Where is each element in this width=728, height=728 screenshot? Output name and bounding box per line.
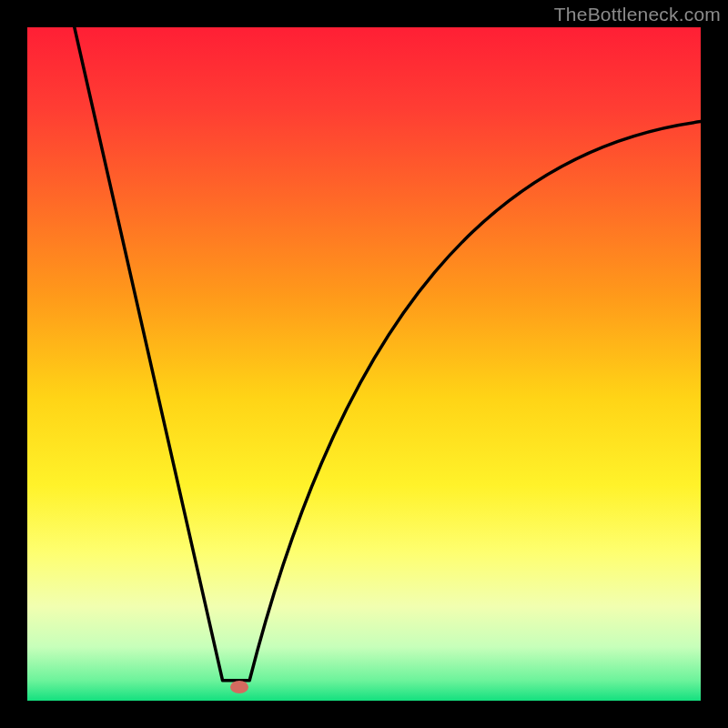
plot-area <box>27 27 701 701</box>
optimal-point-marker <box>230 681 248 693</box>
bottleneck-curve <box>27 27 701 701</box>
chart-frame: TheBottleneck.com <box>0 0 728 728</box>
watermark-text: TheBottleneck.com <box>554 4 721 25</box>
